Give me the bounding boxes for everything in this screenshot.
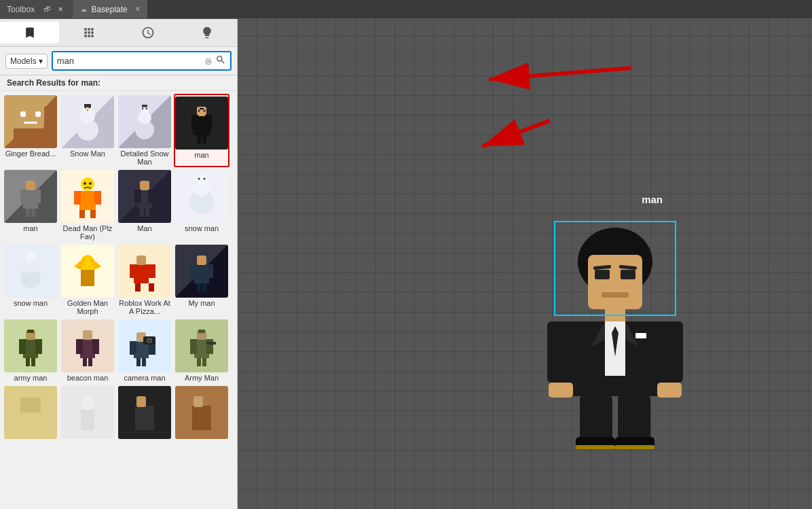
baseplate-tab[interactable]: ☁ Baseplate ✕ [73, 0, 147, 18]
grid-item-camera-man[interactable]: camera man [117, 318, 172, 383]
grid-item-snow-man[interactable]: Snow Man [60, 94, 115, 167]
toolbox-icon-row [0, 19, 237, 47]
grid-item-img-bottom4 [175, 386, 228, 439]
grid-item-Man[interactable]: Man [117, 169, 172, 242]
baseplate-tab-close[interactable]: ✕ [134, 5, 141, 14]
grid-item-snow-man4[interactable]: snow man [3, 243, 58, 317]
models-dropdown-label: Models [10, 56, 37, 66]
svg-rect-78 [31, 358, 35, 366]
svg-rect-99 [197, 358, 201, 366]
svg-rect-118 [621, 270, 635, 279]
svg-rect-117 [595, 270, 610, 279]
svg-rect-116 [588, 255, 642, 309]
svg-rect-108 [136, 396, 146, 407]
svg-rect-75 [19, 339, 26, 354]
grid-item-dead-man[interactable]: Dead Man (Plz Fav) [60, 169, 115, 242]
svg-rect-109 [192, 406, 211, 430]
svg-point-55 [26, 252, 35, 262]
search-clear-icon[interactable]: ⊗ [204, 56, 213, 67]
svg-rect-25 [200, 108, 204, 109]
grid-item-bottom4[interactable] [174, 385, 229, 442]
grid-item-Army-Man[interactable]: Army Man [174, 318, 229, 383]
svg-point-10 [85, 107, 87, 109]
svg-point-18 [146, 108, 147, 109]
svg-rect-21 [191, 115, 198, 130]
grid-item-beacon-man[interactable]: beacon man [60, 318, 115, 383]
grid-item-golden-man[interactable]: Golden Man Morph [60, 243, 115, 317]
window-controls: 🗗 ✕ [41, 5, 66, 13]
svg-rect-63 [130, 264, 136, 278]
window-close-btn[interactable]: ✕ [55, 5, 66, 13]
svg-rect-43 [140, 181, 149, 190]
svg-point-41 [89, 182, 92, 185]
character-label: man [642, 194, 663, 205]
grid-item-img-bottom3 [118, 386, 171, 439]
svg-rect-83 [92, 339, 99, 354]
svg-rect-31 [34, 190, 41, 203]
window-minimize-btn[interactable]: 🗗 [41, 5, 54, 13]
grid-item-label-Man: Man [137, 224, 151, 232]
svg-point-105 [81, 396, 94, 410]
svg-rect-2 [35, 111, 41, 117]
grid-item-bottom3[interactable] [117, 385, 172, 442]
grid-item-img-golden-man [61, 245, 114, 298]
svg-rect-16 [142, 105, 147, 107]
grid-item-label-golden-man: Golden Man Morph [61, 299, 114, 315]
svg-point-26 [198, 109, 200, 111]
grid-item-label-army-man: army man [14, 374, 48, 382]
grid-item-img-Man [118, 170, 171, 223]
grid-row-5 [3, 385, 234, 442]
svg-rect-4 [14, 128, 27, 139]
models-dropdown[interactable]: Models ▾ [5, 54, 48, 69]
toolbox-lightbulb-btn[interactable] [178, 22, 237, 43]
svg-rect-122 [605, 309, 625, 321]
search-input-wrap: ⊗ [52, 51, 232, 71]
grid-item-img-ginger [4, 95, 57, 148]
grid-item-label-snow-man4: snow man [14, 299, 48, 307]
grid-item-label-man: man [194, 151, 208, 159]
svg-rect-3 [24, 122, 37, 124]
cloud-icon: ☁ [80, 5, 87, 13]
toolbox-bookmark-btn[interactable] [0, 22, 59, 43]
svg-rect-22 [205, 115, 212, 130]
svg-point-40 [84, 182, 86, 185]
grid-item-detailed-snow-man[interactable]: Detailed Snow Man [117, 94, 172, 167]
grid-container[interactable]: Ginger Bread... Snow Man Detailed Snow M… [0, 91, 237, 509]
search-results-label: Search Results for man: [0, 75, 237, 91]
grid-item-img-detailed-snow [118, 95, 171, 148]
toolbox-tab[interactable]: Toolbox 🗗 ✕ [0, 0, 73, 18]
grid-item-my-man[interactable]: My man [174, 243, 229, 317]
grid-item-img-snow [61, 95, 114, 148]
grid-item-roblox-pizza[interactable]: Roblox Work At A Pizza... [117, 243, 172, 317]
grid-item-man2[interactable]: man [3, 169, 58, 242]
grid-item-bottom1[interactable] [3, 385, 58, 442]
svg-rect-100 [202, 358, 206, 366]
grid-item-army-man[interactable]: army man [3, 318, 58, 383]
svg-rect-45 [148, 190, 155, 203]
svg-point-11 [89, 107, 91, 109]
grid-item-bottom2[interactable] [60, 385, 115, 442]
grid-item-ginger-bread[interactable]: Ginger Bread... [3, 94, 58, 167]
svg-rect-132 [657, 383, 682, 398]
svg-rect-130 [656, 321, 683, 383]
search-go-icon[interactable] [215, 54, 226, 67]
viewport: man [238, 19, 812, 509]
grid-item-img-bottom2 [61, 386, 114, 439]
svg-rect-69 [190, 264, 197, 278]
grid-item-snow-man3[interactable]: snow man [174, 169, 229, 242]
toolbox-panel: Models ▾ ⊗ Search Results for man: [0, 19, 238, 509]
grid-item-man[interactable]: man [174, 94, 229, 167]
toolbox-clock-btn[interactable] [119, 22, 178, 43]
svg-rect-36 [74, 191, 81, 205]
character-svg [527, 221, 703, 452]
svg-rect-104 [20, 398, 41, 413]
grid-item-label-beacon-man: beacon man [67, 374, 109, 382]
svg-rect-30 [20, 190, 27, 203]
toolbox-tab-label: Toolbox [7, 5, 35, 14]
search-input[interactable] [57, 56, 202, 66]
toolbox-grid-btn[interactable] [59, 22, 118, 43]
grid-item-img-man2 [4, 170, 57, 223]
grid-item-label-Army-Man: Army Man [185, 374, 219, 382]
results-prefix: Search Results for [7, 78, 81, 88]
svg-rect-46 [140, 209, 144, 217]
